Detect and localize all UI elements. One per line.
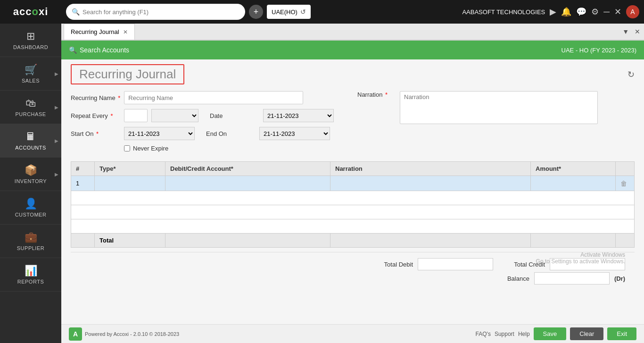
sidebar-item-inventory[interactable]: 📦 INVENTORY ▶ — [0, 158, 61, 191]
app-logo: accoxi — [0, 0, 61, 24]
close-icon[interactable]: ✕ — [614, 7, 621, 17]
tab-close-icon[interactable]: ✕ — [123, 29, 128, 35]
col-num: # — [71, 162, 95, 176]
total-debit-row: Total Debit 0.00 — [371, 258, 493, 270]
row-delete[interactable]: 🗑 — [616, 176, 635, 191]
journal-table: # Type* Debit/Credit Account* Narration … — [71, 161, 635, 248]
date-select[interactable]: 21-11-2023 — [263, 109, 334, 122]
never-expire-row: Never Expire — [124, 145, 348, 152]
search-icon: 🔍 — [69, 46, 77, 54]
start-on-label: Start On * — [71, 130, 120, 137]
total-amount — [531, 234, 616, 248]
content-area: 🔍 Search Accounts UAE - HO (FY 2023 - 20… — [61, 41, 644, 324]
delete-icon[interactable]: 🗑 — [620, 180, 627, 187]
dr-label: (Dr) — [614, 275, 625, 282]
sidebar-item-label: REPORTS — [17, 279, 44, 284]
sidebar: accoxi ⊞ DASHBOARD 🛒 SALES ▶ 🛍 PURCHASE … — [0, 0, 61, 343]
tab-bar: Recurring Journal ✕ ▼ ✕ — [61, 24, 644, 41]
sidebar-item-sales[interactable]: 🛒 SALES ▶ — [0, 57, 61, 91]
table-header: # Type* Debit/Credit Account* Narration … — [71, 162, 635, 176]
search-box[interactable]: 🔍 — [66, 4, 245, 20]
row-type[interactable] — [95, 176, 165, 191]
sales-icon: 🛒 — [25, 64, 37, 76]
sidebar-item-customer[interactable]: 👤 CUSTOMER — [0, 191, 61, 225]
start-on-select[interactable]: 21-11-2023 — [124, 127, 195, 140]
search-icon: 🔍 — [72, 8, 80, 16]
tab-recurring-journal[interactable]: Recurring Journal ✕ — [64, 24, 135, 40]
repeat-number-input[interactable]: 1 — [124, 109, 148, 122]
recurring-name-row: Recurring Name * — [71, 91, 348, 104]
balance-label: Balance — [487, 275, 529, 282]
total-credit-input: 0.00 — [550, 258, 625, 270]
table-footer: Total — [71, 234, 635, 248]
gear-icon[interactable]: ⚙ — [591, 7, 599, 17]
tab-label: Recurring Journal — [71, 28, 119, 35]
tab-close-all-icon[interactable]: ✕ — [633, 27, 642, 36]
reports-icon: 📊 — [25, 265, 37, 277]
sidebar-item-dashboard[interactable]: ⊞ DASHBOARD — [0, 24, 61, 57]
footer-logo-icon: A — [69, 327, 82, 341]
total-debit-input: 0.00 — [418, 258, 493, 270]
row-account[interactable] — [165, 176, 330, 191]
support-link[interactable]: Support — [495, 331, 514, 337]
clear-button[interactable]: Clear — [570, 327, 603, 340]
total-col — [71, 234, 95, 248]
refresh-button[interactable]: ↻ — [627, 69, 635, 80]
save-button[interactable]: Save — [534, 327, 567, 340]
exit-button[interactable]: Exit — [607, 327, 636, 340]
search-accounts-btn[interactable]: 🔍 Search Accounts — [69, 46, 129, 54]
topbar-right: AABASOFT TECHNOLOGIES ▶ 🔔 💬 ⚙ ─ ✕ A — [462, 5, 639, 18]
footer-right: FAQ's Support Help Save Clear Exit — [476, 327, 636, 340]
table-scroll-area: # Type* Debit/Credit Account* Narration … — [71, 158, 635, 252]
end-on-select[interactable]: 21-11-2023 — [259, 127, 330, 140]
balance-row: Balance 0.00 (Dr) — [487, 272, 625, 284]
repeat-unit-select[interactable] — [151, 109, 198, 122]
table-empty-row — [71, 219, 635, 234]
add-button[interactable]: + — [249, 5, 263, 19]
footer: A Powered by Accoxi - 2.0.10 © 2018-2023… — [61, 324, 644, 343]
never-expire-checkbox[interactable] — [124, 145, 130, 151]
form-left: Recurring Name * Repeat Every * 1 — [71, 91, 348, 152]
never-expire-label[interactable]: Never Expire — [133, 145, 168, 152]
avatar[interactable]: A — [626, 5, 639, 18]
row-narration[interactable] — [330, 176, 531, 191]
company-full-name: AABASOFT TECHNOLOGIES — [462, 8, 545, 16]
dashboard-icon: ⊞ — [26, 30, 35, 42]
form-container: Recurring Journal ↻ Recurring Name * — [61, 59, 644, 324]
repeat-every-label: Repeat Every * — [71, 112, 120, 119]
balance-input: 0.00 — [534, 272, 610, 284]
chat-icon[interactable]: 💬 — [576, 7, 586, 17]
arrow-icon: ▶ — [550, 7, 556, 17]
row-amount[interactable] — [531, 176, 616, 191]
page-title: Recurring Journal — [71, 64, 184, 84]
sidebar-item-purchase[interactable]: 🛍 PURCHASE ▶ — [0, 91, 61, 124]
col-type: Type* — [95, 162, 165, 176]
company-selector[interactable]: UAE(HO) ↺ — [267, 5, 311, 19]
total-label: Total — [95, 234, 165, 248]
chevron-right-icon: ▶ — [55, 71, 58, 76]
faq-link[interactable]: FAQ's — [476, 331, 491, 337]
refresh-icon[interactable]: ↺ — [300, 8, 306, 16]
tab-menu-icon[interactable]: ▼ — [620, 27, 631, 36]
sidebar-item-accounts[interactable]: 🖩 ACCOUNTS ▶ — [0, 124, 61, 158]
narration-textarea[interactable] — [400, 91, 598, 124]
supplier-icon: 💼 — [25, 231, 37, 243]
recurring-name-input[interactable] — [124, 91, 303, 104]
sidebar-item-supplier[interactable]: 💼 SUPPLIER — [0, 225, 61, 258]
minimize-icon[interactable]: ─ — [603, 7, 610, 17]
sidebar-item-label: INVENTORY — [15, 178, 47, 184]
sidebar-item-label: CUSTOMER — [15, 212, 47, 218]
inventory-icon: 📦 — [25, 164, 37, 176]
sidebar-item-reports[interactable]: 📊 REPORTS — [0, 258, 61, 292]
help-link[interactable]: Help — [518, 331, 530, 337]
form-right: Narration * — [357, 91, 635, 124]
table-body: 1 🗑 — [71, 176, 635, 234]
bell-icon[interactable]: 🔔 — [561, 7, 571, 17]
total-debit-label: Total Debit — [371, 261, 413, 268]
chevron-right-icon: ▶ — [55, 105, 58, 110]
search-input[interactable] — [83, 8, 239, 16]
date-label: Date — [210, 112, 259, 119]
tab-controls: ▼ ✕ — [620, 24, 644, 40]
chevron-right-icon: ▶ — [55, 172, 58, 177]
purchase-icon: 🛍 — [25, 97, 36, 109]
